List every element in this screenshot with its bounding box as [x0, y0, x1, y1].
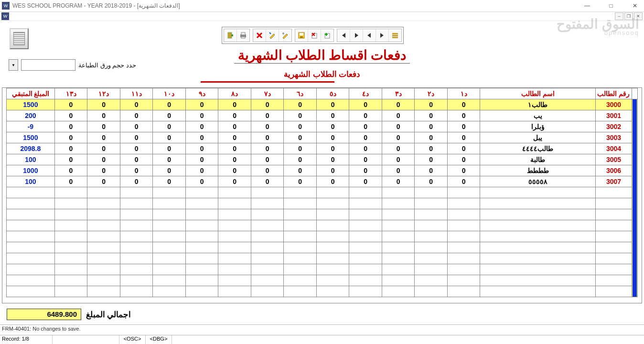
cell-d11[interactable]: 0 — [120, 154, 153, 165]
cell-empty[interactable] — [447, 275, 480, 286]
cell-d1[interactable]: 0 — [447, 110, 480, 121]
cell-student-id[interactable]: 3003 — [596, 132, 632, 143]
cell-empty[interactable] — [185, 198, 218, 209]
cell-empty[interactable] — [349, 275, 382, 286]
cell-empty[interactable] — [87, 275, 120, 286]
cell-empty[interactable] — [218, 220, 251, 231]
cell-empty[interactable] — [7, 264, 55, 275]
cell-empty[interactable] — [54, 275, 87, 286]
cell-d13[interactable]: 0 — [54, 110, 87, 121]
cell-student-name[interactable]: ٥٥٥٥٨ — [480, 176, 596, 187]
cell-empty[interactable] — [87, 253, 120, 264]
cell-empty[interactable] — [185, 253, 218, 264]
table-row-empty[interactable] — [7, 242, 638, 253]
print-button[interactable] — [236, 29, 249, 42]
cell-empty[interactable] — [218, 198, 251, 209]
cell-d6[interactable]: 0 — [284, 143, 317, 154]
cell-empty[interactable] — [447, 187, 480, 198]
cell-d6[interactable]: 0 — [284, 154, 317, 165]
cell-empty[interactable] — [120, 198, 153, 209]
cell-d8[interactable]: 0 — [218, 176, 251, 187]
cell-d7[interactable]: 0 — [251, 110, 284, 121]
cell-d8[interactable]: 0 — [218, 132, 251, 143]
cell-student-id[interactable]: 3007 — [596, 176, 632, 187]
cell-empty[interactable] — [480, 253, 596, 264]
cell-empty[interactable] — [596, 231, 632, 242]
cell-d3[interactable]: 0 — [382, 143, 415, 154]
cell-empty[interactable] — [415, 231, 448, 242]
cell-d4[interactable]: 0 — [349, 121, 382, 132]
cell-d11[interactable]: 0 — [120, 165, 153, 176]
cell-empty[interactable] — [349, 253, 382, 264]
cell-d5[interactable]: 0 — [316, 154, 349, 165]
cell-empty[interactable] — [87, 286, 120, 297]
commit-button[interactable] — [279, 29, 291, 42]
cell-balance[interactable]: 2098.8 — [7, 143, 55, 154]
cell-d3[interactable]: 0 — [382, 165, 415, 176]
cell-d4[interactable]: 0 — [349, 99, 382, 110]
cell-d12[interactable]: 0 — [87, 176, 120, 187]
table-row[interactable]: 15000000000000000يبل3003 — [7, 132, 638, 143]
first-record-button[interactable] — [337, 29, 350, 42]
cell-d8[interactable]: 0 — [218, 121, 251, 132]
cell-empty[interactable] — [218, 231, 251, 242]
cell-empty[interactable] — [382, 264, 415, 275]
cell-empty[interactable] — [87, 231, 120, 242]
cell-empty[interactable] — [54, 286, 87, 297]
cell-balance[interactable]: 200 — [7, 110, 55, 121]
cell-d5[interactable]: 0 — [316, 176, 349, 187]
cell-student-id[interactable]: 3006 — [596, 165, 632, 176]
cell-empty[interactable] — [349, 220, 382, 231]
cell-balance[interactable]: 1000 — [7, 165, 55, 176]
cell-d9[interactable]: 0 — [185, 176, 218, 187]
cell-d10[interactable]: 0 — [153, 132, 186, 143]
cell-d8[interactable]: 0 — [218, 165, 251, 176]
cell-empty[interactable] — [349, 242, 382, 253]
cell-empty[interactable] — [153, 220, 186, 231]
cell-empty[interactable] — [54, 187, 87, 198]
cell-empty[interactable] — [87, 220, 120, 231]
cell-empty[interactable] — [120, 231, 153, 242]
cell-empty[interactable] — [382, 286, 415, 297]
cell-d3[interactable]: 0 — [382, 99, 415, 110]
cell-d13[interactable]: 0 — [54, 176, 87, 187]
cell-d7[interactable]: 0 — [251, 143, 284, 154]
cell-empty[interactable] — [480, 220, 596, 231]
table-row[interactable]: 2098.80000000000000طالب٤٤٤٤3004 — [7, 143, 638, 154]
cell-d6[interactable]: 0 — [284, 121, 317, 132]
cell-d8[interactable]: 0 — [218, 154, 251, 165]
cell-d12[interactable]: 0 — [87, 110, 120, 121]
cell-d12[interactable]: 0 — [87, 99, 120, 110]
cell-d9[interactable]: 0 — [185, 143, 218, 154]
cell-empty[interactable] — [596, 220, 632, 231]
cell-empty[interactable] — [218, 187, 251, 198]
cell-empty[interactable] — [415, 286, 448, 297]
cell-empty[interactable] — [120, 187, 153, 198]
cell-empty[interactable] — [382, 253, 415, 264]
cell-empty[interactable] — [349, 231, 382, 242]
cell-empty[interactable] — [7, 231, 55, 242]
table-row[interactable]: 10000000000000000طططط3006 — [7, 165, 638, 176]
cell-empty[interactable] — [153, 264, 186, 275]
table-row-empty[interactable] — [7, 264, 638, 275]
cell-empty[interactable] — [447, 231, 480, 242]
cell-d13[interactable]: 0 — [54, 143, 87, 154]
cell-d2[interactable]: 0 — [415, 110, 448, 121]
cell-balance[interactable]: 1500 — [7, 132, 55, 143]
cell-student-id[interactable]: 3005 — [596, 154, 632, 165]
cell-d8[interactable]: 0 — [218, 99, 251, 110]
cell-empty[interactable] — [54, 198, 87, 209]
cell-d4[interactable]: 0 — [349, 143, 382, 154]
cell-d6[interactable]: 0 — [284, 99, 317, 110]
cell-empty[interactable] — [185, 275, 218, 286]
cell-d5[interactable]: 0 — [316, 110, 349, 121]
cell-empty[interactable] — [251, 220, 284, 231]
cell-d12[interactable]: 0 — [87, 143, 120, 154]
cell-empty[interactable] — [218, 242, 251, 253]
cell-empty[interactable] — [316, 198, 349, 209]
cell-balance[interactable]: 1500 — [7, 99, 55, 110]
mdi-maximize-button[interactable]: ❐ — [624, 12, 633, 20]
cell-empty[interactable] — [415, 209, 448, 220]
cell-empty[interactable] — [185, 231, 218, 242]
cell-empty[interactable] — [349, 264, 382, 275]
